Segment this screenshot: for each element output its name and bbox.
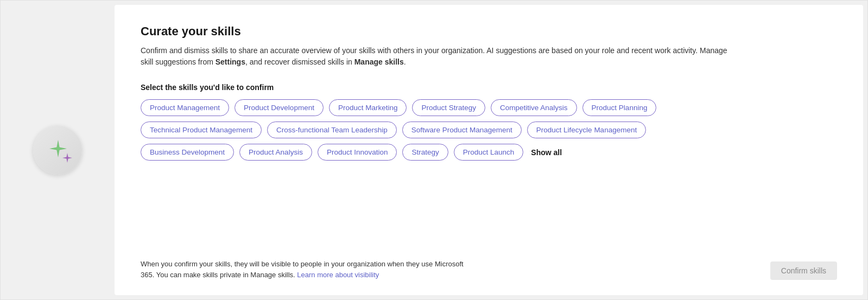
page-container: Curate your skills Confirm and dismiss s… xyxy=(0,0,868,300)
skill-pill-product-management[interactable]: Product Management xyxy=(141,99,229,116)
skill-pill-competitive-analysis[interactable]: Competitive Analysis xyxy=(491,99,577,116)
page-title: Curate your skills xyxy=(141,24,837,39)
skills-row-1: Product Management Product Development P… xyxy=(141,99,837,116)
skill-pill-product-launch[interactable]: Product Launch xyxy=(454,144,524,161)
skill-pill-product-planning[interactable]: Product Planning xyxy=(582,99,657,116)
skill-pill-product-innovation[interactable]: Product Innovation xyxy=(318,144,397,161)
sparkle-purple-icon xyxy=(61,152,73,166)
description-text: Confirm and dismiss skills to share an a… xyxy=(141,45,738,68)
footer-text: When you confirm your skills, they will … xyxy=(141,259,466,280)
sidebar xyxy=(1,1,115,299)
skill-pill-product-lifecycle[interactable]: Product Lifecycle Management xyxy=(527,122,646,138)
show-all-link[interactable]: Show all xyxy=(531,148,562,157)
skills-row-3: Business Development Product Analysis Pr… xyxy=(141,144,837,161)
skill-pill-product-analysis[interactable]: Product Analysis xyxy=(239,144,312,161)
skill-pill-business-development[interactable]: Business Development xyxy=(141,144,234,161)
main-content: Curate your skills Confirm and dismiss s… xyxy=(115,5,863,295)
footer-section: When you confirm your skills, they will … xyxy=(141,259,837,280)
skill-pill-product-strategy[interactable]: Product Strategy xyxy=(412,99,485,116)
ai-icon-circle xyxy=(33,126,82,175)
learn-more-link[interactable]: Learn more about visibility xyxy=(297,271,379,279)
skill-pill-software-product-management[interactable]: Software Product Management xyxy=(402,122,522,138)
select-skills-label: Select the skills you'd like to confirm xyxy=(141,83,837,92)
skill-pill-technical-product-management[interactable]: Technical Product Management xyxy=(141,122,262,138)
skill-pill-cross-functional[interactable]: Cross-functional Team Leadership xyxy=(267,122,397,138)
skill-pill-product-marketing[interactable]: Product Marketing xyxy=(329,99,407,116)
skills-row-2: Technical Product Management Cross-funct… xyxy=(141,122,837,138)
confirm-skills-button[interactable]: Confirm skills xyxy=(770,261,837,280)
skill-pill-strategy[interactable]: Strategy xyxy=(402,144,448,161)
skills-section: Select the skills you'd like to confirm … xyxy=(141,83,837,248)
skill-pill-product-development[interactable]: Product Development xyxy=(235,99,324,116)
